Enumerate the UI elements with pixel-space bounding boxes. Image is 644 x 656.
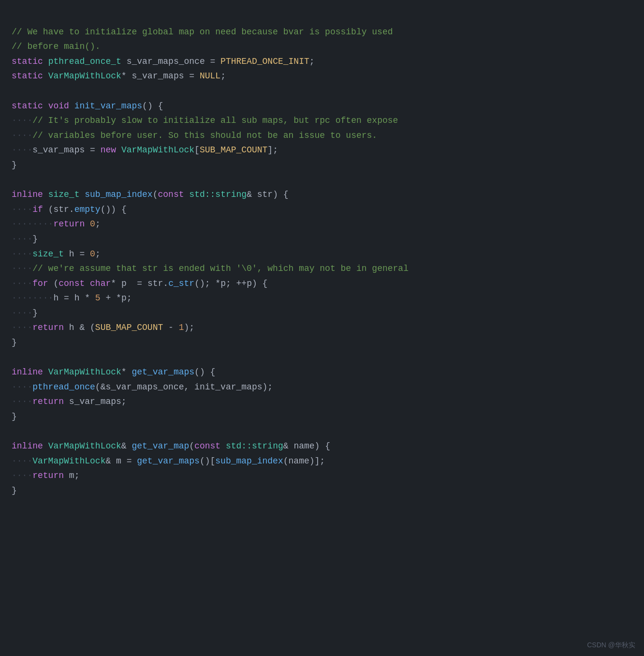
keyword-token: if — [32, 205, 43, 214]
code-line: ····for (const char* p = str.c_str(); *p… — [12, 276, 632, 291]
plain-token: & — [247, 190, 257, 199]
dot-token: ···· — [12, 456, 32, 466]
plain-token: init_var_maps — [194, 382, 262, 392]
plain-token: h & ( — [64, 323, 95, 332]
keyword-token: static — [12, 71, 43, 81]
dot-token: ···· — [12, 308, 32, 318]
dot-token: ···· — [12, 219, 32, 229]
plain-token: = — [184, 71, 200, 81]
code-line — [12, 424, 632, 439]
plain-token — [69, 101, 74, 111]
plain-token: ); — [263, 382, 273, 392]
comment-token: // We have to initialize global map on n… — [12, 27, 393, 37]
plain-token: str. — [53, 205, 74, 214]
plain-token: } — [12, 160, 17, 170]
plain-token: (name)]; — [283, 456, 325, 466]
plain-token: = — [85, 145, 100, 155]
code-line: // We have to initialize global map on n… — [12, 25, 632, 40]
plain-token: } — [12, 412, 17, 421]
plain-token — [43, 57, 48, 66]
number-token: 0 — [90, 219, 95, 229]
number-token: 5 — [95, 293, 101, 303]
type-token: VarMapWithLock — [32, 456, 105, 466]
comment-token: // we're assume that str is ended with '… — [32, 264, 409, 273]
type-token: VarMapWithLock — [121, 145, 194, 155]
plain-token: ; — [95, 249, 101, 259]
plain-token: ) { — [315, 441, 330, 451]
plain-token: s_var_maps; — [64, 397, 127, 406]
number-token: 0 — [90, 249, 95, 259]
plain-token — [43, 367, 48, 377]
code-line: } — [12, 335, 632, 350]
plain-token: } — [12, 486, 17, 495]
code-line: ····return h & (SUB_MAP_COUNT - 1); — [12, 320, 632, 335]
type-token: VarMapWithLock — [48, 71, 121, 81]
plain-token: h = h * — [53, 293, 95, 303]
keyword-token: for — [32, 279, 48, 288]
code-line: } — [12, 409, 632, 424]
plain-token: h — [69, 249, 74, 259]
plain-token: - — [163, 323, 178, 332]
plain-token: ()) { — [101, 205, 127, 214]
plain-token — [116, 145, 121, 155]
code-line: } — [12, 158, 632, 173]
plain-token: * — [121, 71, 132, 81]
macro-token: SUB_MAP_COUNT — [200, 145, 267, 155]
code-line: ····// variables before user. So this sh… — [12, 128, 632, 143]
keyword-token: const — [59, 279, 85, 288]
comment-token: // It's probably slow to initialize all … — [32, 116, 398, 125]
code-line: ········return 0; — [12, 217, 632, 232]
code-line — [12, 350, 632, 365]
code-line: inline VarMapWithLock* get_var_maps() { — [12, 365, 632, 380]
plain-token: ) { — [273, 190, 288, 199]
keyword-token: return — [32, 471, 64, 480]
macro-token: PTHREAD_ONCE_INIT — [220, 57, 309, 66]
plain-token: s_var_maps — [32, 145, 85, 155]
plain-token: ; — [220, 71, 226, 81]
code-line — [12, 84, 632, 99]
plain-token: & — [283, 441, 294, 451]
keyword-token: inline — [12, 190, 43, 199]
func-token: pthread_once — [32, 382, 95, 392]
plain-token — [43, 101, 48, 111]
dot-token: ···· — [32, 293, 53, 303]
code-line: ····size_t h = 0; — [12, 247, 632, 262]
type-token: std::string — [226, 441, 283, 451]
plain-token — [85, 279, 90, 288]
keyword-token: inline — [12, 367, 43, 377]
comment-token: // variables before user. So this should… — [32, 131, 377, 140]
plain-token: = — [127, 279, 147, 288]
plain-token: s_var_maps_once — [127, 57, 205, 66]
dot-token: ···· — [12, 131, 32, 140]
type-token: pthread_once_t — [48, 57, 121, 66]
keyword-token: void — [48, 101, 69, 111]
code-line: ········h = h * 5 + *p; — [12, 291, 632, 306]
plain-token: ( — [189, 441, 194, 451]
type-token: VarMapWithLock — [48, 441, 121, 451]
keyword-token: static — [12, 57, 43, 66]
code-line: ····} — [12, 232, 632, 247]
dot-token: ···· — [12, 471, 32, 480]
code-line: ····// we're assume that str is ended wi… — [12, 261, 632, 276]
plain-token: str. — [147, 279, 168, 288]
type-token: size_t — [32, 249, 64, 259]
plain-token: } — [32, 234, 38, 244]
code-line: ····return m; — [12, 468, 632, 483]
func-token: get_var_map — [132, 441, 189, 451]
code-line: static pthread_once_t s_var_maps_once = … — [12, 54, 632, 69]
plain-token: ( — [153, 190, 158, 199]
dot-token: ···· — [12, 382, 32, 392]
keyword-token: new — [101, 145, 116, 155]
func-token: get_var_maps — [137, 456, 200, 466]
keyword-token: const — [194, 441, 220, 451]
plain-token: (&s_var_maps_once, — [95, 382, 194, 392]
dot-token: ···· — [12, 397, 32, 406]
plain-token — [43, 190, 48, 199]
plain-token: } — [12, 338, 17, 347]
code-line: ····return s_var_maps; — [12, 394, 632, 409]
func-token: empty — [74, 205, 101, 214]
plain-token: ; — [95, 219, 101, 229]
func-token: sub_map_index — [215, 456, 283, 466]
plain-token: ( — [43, 205, 54, 214]
keyword-token: char — [90, 279, 111, 288]
